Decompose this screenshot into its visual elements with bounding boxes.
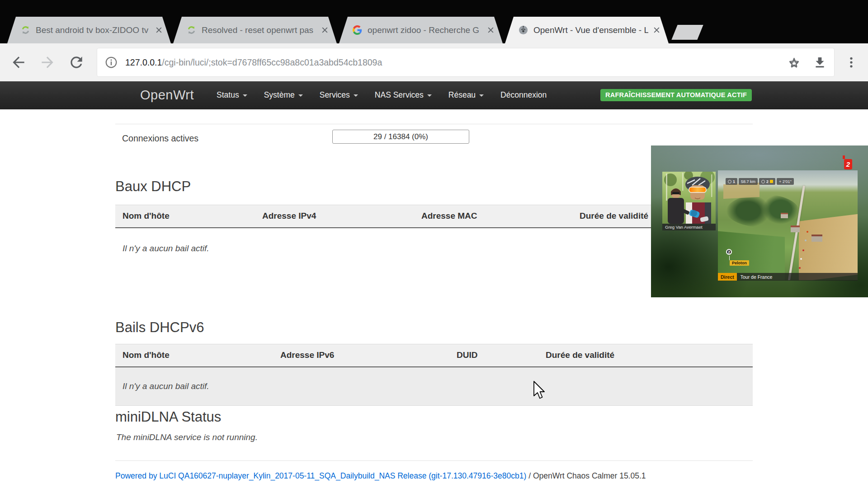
col-hostname: Nom d'hôte [115,344,273,367]
peloton-marker-line [729,256,730,260]
chevron-down-icon [479,94,484,97]
pip-bottom-bar: Direct Tour de France [718,273,858,281]
tab-close-icon[interactable] [653,26,660,34]
peloton-badge: Peloton [730,260,749,266]
dhcpv6-empty-message: Il n'y a aucun bail actif. [115,367,753,406]
tab-title: Best android tv box-ZIDOO tv [36,25,151,35]
farm-building [781,214,788,218]
tab-google-search[interactable]: openwrt zidoo - Recherche G [339,17,503,43]
zidoo-favicon-icon [21,25,30,35]
chevron-down-icon [243,94,247,97]
minidlna-status-title: miniDLNA Status [115,409,221,425]
nav-systeme[interactable]: Système [264,90,303,100]
nav-services[interactable]: Services [320,90,358,100]
tab-title: OpenWrt - Vue d'ensemble - L [533,25,648,35]
minidlna-status-message: The miniDLNA service is not running. [116,432,258,442]
rider-dot [807,231,808,233]
openwrt-navbar: OpenWrt Status Système Services NAS Serv… [0,81,868,109]
mouse-cursor [533,381,549,400]
rider-dot [805,239,807,241]
peloton-marker-number: 2 [726,249,732,255]
divider [115,124,753,124]
dhcp-leases-title: Baux DHCP [115,178,191,195]
forward-icon[interactable] [39,54,56,71]
page-footer: Powered by LuCI QA160627-nuplayer_Kylin_… [115,471,646,481]
rider-icon [761,180,765,183]
farm-building [811,236,822,242]
interview-video-inset [662,172,716,224]
dhcpv6-leases-title: Bails DHCPv6 [115,319,204,336]
google-favicon-icon [353,25,362,35]
tab-zidoo-box[interactable]: Best android tv box-ZIDOO tv [7,17,171,43]
page-info-icon[interactable] [104,56,118,69]
tab-close-icon[interactable] [487,26,495,34]
auto-refresh-badge[interactable]: RAFRAÎCHISSEMENT AUTOMATIQUE ACTIF [600,89,752,101]
active-connections-label: Connexions actives [122,133,198,144]
active-connections-progressbar: 29 / 16384 (0%) [332,130,469,144]
pip-video-overlay[interactable]: 1 58.7 km 2 + 2'01'' 2 [651,145,868,297]
luci-build-link[interactable]: Powered by LuCI QA160627-nuplayer_Kylin_… [115,471,526,480]
france2-logo-notch [843,155,845,159]
divider [115,460,753,461]
download-icon[interactable] [813,56,827,70]
openwrt-logo: OpenWrt [140,88,194,103]
tab-close-icon[interactable] [321,26,329,34]
farm-building [791,227,800,232]
rider-icon [728,180,731,183]
chevron-down-icon [427,94,432,97]
new-tab-button[interactable] [671,25,703,40]
col-mac: Adresse MAC [414,205,572,228]
col-leasetime: Durée de validité [538,344,753,367]
program-title: Tour de France [741,274,773,280]
france2-logo: 2 [844,159,852,169]
chevron-down-icon [298,94,303,97]
address-bar[interactable]: 127.0.0.1/cgi-bin/luci/;stok=d7678ff65cc… [97,48,835,77]
tab-close-icon[interactable] [155,26,163,34]
group-chip: 2 [759,178,775,185]
field-patch [723,183,760,199]
url-text[interactable]: 127.0.0.1/cgi-bin/luci/;stok=d7678ff65cc… [125,57,775,68]
race-stats-bar: 1 58.7 km 2 + 2'01'' [726,178,794,185]
col-duid: DUID [449,344,538,367]
nav-deconnexion[interactable]: Déconnexion [500,90,547,100]
col-hostname: Nom d'hôte [115,205,255,228]
bookmark-star-icon[interactable] [787,56,801,70]
col-ipv6: Adresse IPv6 [273,344,449,367]
openwrt-favicon-icon [519,25,528,35]
url-host: 127.0.0.1 [125,57,162,67]
chevron-down-icon [354,94,358,97]
tab-resolved-reset[interactable]: Resolved - reset openwrt pas [173,17,337,43]
live-direct-badge: Direct [718,273,737,281]
dhcpv6-leases-table: Nom d'hôte Adresse IPv6 DUID Durée de va… [115,344,753,406]
browser-toolbar: 127.0.0.1/cgi-bin/luci/;stok=d7678ff65cc… [0,43,868,81]
tab-title: Resolved - reset openwrt pas [202,25,316,35]
field-patch [799,214,858,280]
nav-reseau[interactable]: Réseau [448,90,484,100]
browser-menu-icon[interactable] [844,56,858,69]
url-path: /cgi-bin/luci/;stok=d7678ff65cc98a8c01a3… [162,57,382,67]
col-ipv4: Adresse IPv4 [255,205,414,228]
forest-patch [726,194,799,227]
zidoo-favicon-icon [187,25,196,35]
rider-dot [802,249,804,251]
yellow-jersey-icon [770,180,773,183]
nav-nas-services[interactable]: NAS Services [375,90,432,100]
interview-caption: Greg Van Avermaet [662,224,716,230]
tab-openwrt-active[interactable]: OpenWrt - Vue d'ensemble - L [505,17,669,43]
openwrt-version-text: / OpenWrt Chaos Calmer 15.05.1 [526,471,646,480]
back-icon[interactable] [10,54,27,71]
leader-chip: 1 [726,178,737,185]
distance-chip: 58.7 km [739,178,758,185]
tab-strip: Best android tv box-ZIDOO tv Resolved - … [0,0,868,43]
gap-chip: + 2'01'' [777,178,794,185]
nav-status[interactable]: Status [217,90,247,100]
dhcp-empty-message: Il n'y a aucun bail actif. [123,244,209,253]
tab-title: openwrt zidoo - Recherche G [368,25,482,35]
reload-icon[interactable] [68,54,85,71]
